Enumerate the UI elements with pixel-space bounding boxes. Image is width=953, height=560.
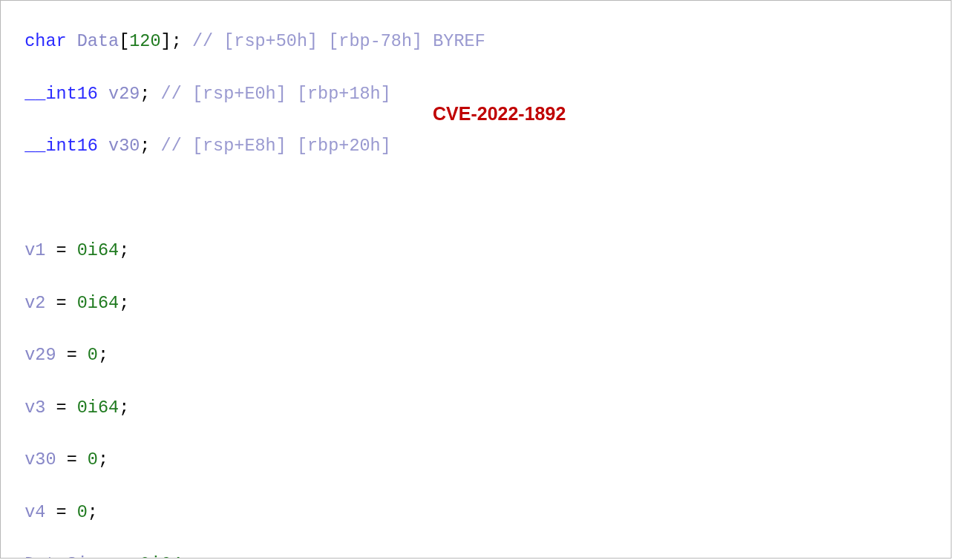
code-line: v1 = 0i64; (4, 237, 948, 263)
code-line: v4 = 0; (4, 499, 948, 525)
code-line: v3 = 0i64; (4, 395, 948, 421)
cve-annotation: CVE-2022-1892 (433, 100, 566, 128)
code-line: char Data[120]; // [rsp+50h] [rbp-78h] B… (4, 28, 948, 54)
code-block: char Data[120]; // [rsp+50h] [rbp-78h] B… (0, 0, 952, 559)
blank-line (4, 185, 948, 211)
code-line: v30 = 0; (4, 447, 948, 472)
code-line: v29 = 0; (4, 342, 948, 368)
code-line: v2 = 0i64; (4, 290, 948, 316)
code-line: __int16 v30; // [rsp+E8h] [rbp+20h] (4, 133, 948, 159)
code-line: DataSize = 0i64; (4, 551, 948, 559)
